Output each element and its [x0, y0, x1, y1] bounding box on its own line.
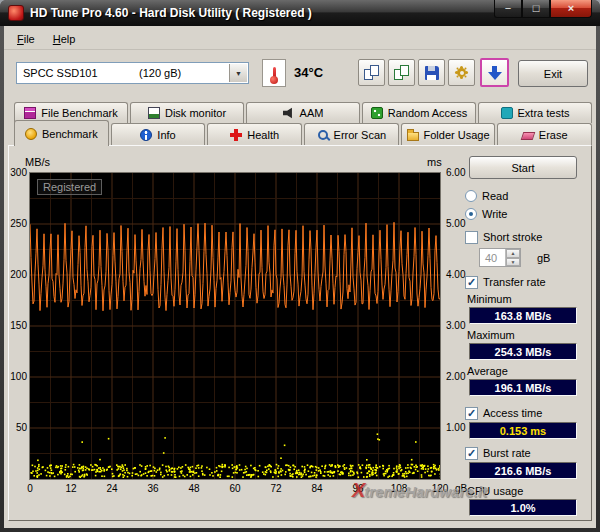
short-stroke-value: 40 — [480, 249, 505, 266]
x-tick: 12 — [56, 483, 86, 494]
save-screenshot-button[interactable] — [418, 59, 445, 86]
burst-rate-checkbox[interactable]: ✓ — [465, 447, 478, 460]
tab-aam[interactable]: AAM — [246, 102, 360, 123]
tab-label: Health — [247, 129, 279, 141]
short-stroke-size: 40 ▲ ▼ gB — [479, 248, 589, 267]
tab-extra-tests[interactable]: Extra tests — [478, 102, 592, 123]
drive-select-dropdown[interactable]: SPCC SSD101 (120 gB) ▼ — [16, 62, 249, 84]
x-tick: 36 — [138, 483, 168, 494]
tab-error-scan[interactable]: Error Scan — [304, 123, 399, 145]
x-tick: 108 — [384, 483, 414, 494]
x-tick: 24 — [97, 483, 127, 494]
tab-disk-monitor[interactable]: Disk monitor — [130, 102, 244, 123]
cpu-usage-value: 1.0% — [469, 499, 577, 516]
write-radio[interactable] — [465, 208, 477, 220]
transfer-rate-label: Transfer rate — [483, 276, 546, 288]
y-axis-left-unit: MB/s — [25, 156, 50, 168]
tab-label: File Benchmark — [41, 107, 117, 119]
extra-tests-icon — [501, 107, 513, 119]
tab-label: Extra tests — [518, 107, 570, 119]
y-tick-left: 200 — [10, 269, 27, 280]
access-time-label: Access time — [483, 407, 542, 419]
menubar: File Help — [4, 28, 596, 50]
short-stroke-checkbox[interactable] — [465, 231, 478, 244]
menu-file[interactable]: File — [8, 30, 44, 48]
tab-label: Random Access — [388, 107, 467, 119]
copy-info-button[interactable] — [388, 59, 415, 86]
read-radio[interactable] — [465, 190, 477, 202]
short-stroke-option[interactable]: Short stroke — [465, 229, 589, 245]
read-option[interactable]: Read — [465, 188, 589, 204]
y-tick-left: 100 — [10, 371, 27, 382]
tab-random-access[interactable]: Random Access — [362, 102, 476, 123]
chevron-down-icon[interactable]: ▼ — [229, 64, 247, 82]
client-area: File Help SPCC SSD101 (120 gB) ▼ 34°C Ex… — [4, 26, 596, 528]
burst-rate-label: Burst rate — [483, 447, 531, 459]
burst-rate-option[interactable]: ✓ Burst rate — [465, 445, 589, 461]
tab-label: Disk monitor — [165, 107, 226, 119]
download-arrow-icon — [488, 66, 502, 80]
app-window: HD Tune Pro 4.60 - Hard Disk Utility ( R… — [0, 0, 600, 532]
gear-icon — [457, 68, 466, 77]
copy-screenshot-button[interactable] — [358, 59, 385, 86]
spin-up-button[interactable]: ▲ — [506, 249, 520, 258]
titlebar[interactable]: HD Tune Pro 4.60 - Hard Disk Utility ( R… — [0, 0, 600, 26]
tab-folder-usage[interactable]: Folder Usage — [401, 123, 496, 145]
access-time-checkbox[interactable]: ✓ — [465, 407, 478, 420]
y-tick-left: 150 — [10, 320, 27, 331]
y-axis-right-unit: ms — [427, 156, 442, 168]
average-label: Average — [467, 365, 589, 377]
tab-label: Benchmark — [42, 128, 98, 140]
write-option[interactable]: Write — [465, 206, 589, 222]
benchmark-controls: Start Read Write Short stroke 40 — [465, 156, 589, 519]
x-tick: 72 — [261, 483, 291, 494]
eraser-icon — [521, 132, 536, 140]
x-tick: 0 — [15, 483, 45, 494]
transfer-rate-option[interactable]: ✓ Transfer rate — [465, 274, 589, 290]
minimize-button[interactable]: − — [494, 0, 522, 18]
maximum-value: 254.3 MB/s — [469, 343, 577, 360]
close-button[interactable]: × — [550, 0, 592, 18]
spin-down-button[interactable]: ▼ — [506, 258, 520, 267]
x-tick: 96 — [343, 483, 373, 494]
tab-erase[interactable]: Erase — [497, 123, 592, 145]
drive-size: (120 gB) — [139, 67, 181, 79]
menu-help[interactable]: Help — [44, 30, 85, 48]
tab-label: Erase — [539, 129, 568, 141]
update-check-button[interactable] — [480, 58, 509, 87]
write-label: Write — [482, 208, 507, 220]
random-access-icon — [371, 107, 383, 119]
tab-benchmark[interactable]: Benchmark — [14, 120, 109, 146]
window-title: HD Tune Pro 4.60 - Hard Disk Utility ( R… — [30, 6, 312, 20]
maximize-button[interactable]: □ — [522, 0, 550, 18]
tab-label: Error Scan — [334, 129, 387, 141]
disk-monitor-icon — [148, 107, 160, 119]
benchmark-page: MB/s ms Registered 300 250 200 150 100 5… — [8, 145, 592, 521]
file-benchmark-icon — [24, 107, 36, 119]
tab-info[interactable]: Info — [111, 123, 206, 145]
short-stroke-label: Short stroke — [483, 231, 542, 243]
cpu-usage-label: CPU usage — [467, 485, 589, 497]
y-tick-right: 6.00 — [446, 167, 465, 178]
options-button[interactable] — [448, 59, 475, 86]
tab-health[interactable]: Health — [207, 123, 302, 145]
x-tick: 84 — [302, 483, 332, 494]
transfer-rate-checkbox[interactable]: ✓ — [465, 276, 478, 289]
access-time-option[interactable]: ✓ Access time — [465, 405, 589, 421]
y-tick-right: 5.00 — [446, 218, 465, 229]
drive-name: SPCC SSD101 — [23, 67, 98, 79]
start-button[interactable]: Start — [469, 156, 577, 179]
read-label: Read — [482, 190, 508, 202]
tab-row-primary: Benchmark Info Health Error Scan Folder … — [14, 123, 592, 146]
access-time-value: 0.153 ms — [469, 422, 577, 439]
gb-unit-label: gB — [537, 252, 550, 264]
chart-canvas — [30, 173, 440, 479]
thermometer-icon — [273, 67, 276, 80]
y-tick-left: 250 — [10, 218, 27, 229]
floppy-disk-icon — [425, 66, 439, 80]
registered-watermark: Registered — [37, 179, 102, 195]
exit-button[interactable]: Exit — [518, 60, 588, 87]
short-stroke-input[interactable]: 40 ▲ ▼ — [479, 248, 521, 267]
benchmark-chart — [29, 172, 441, 480]
average-value: 196.1 MB/s — [469, 379, 577, 396]
